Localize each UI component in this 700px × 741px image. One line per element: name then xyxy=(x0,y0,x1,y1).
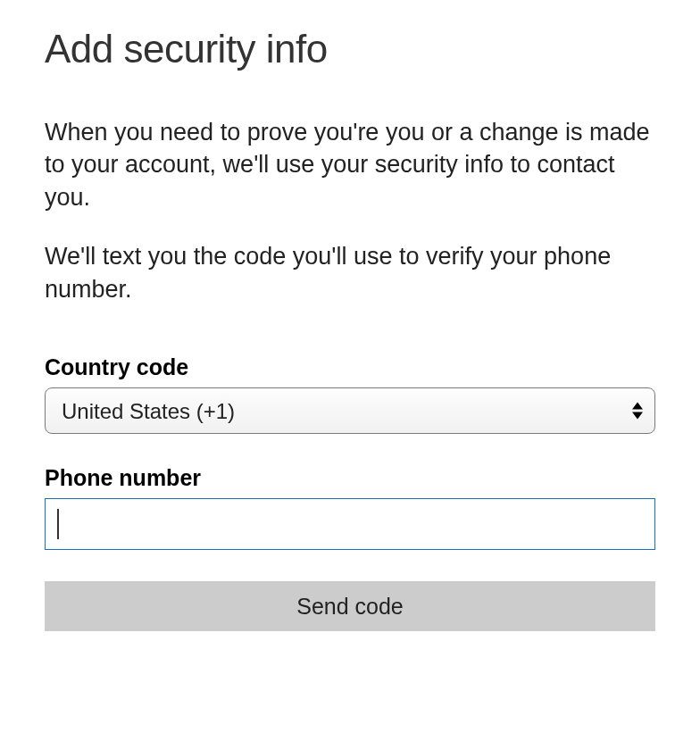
country-code-label: Country code xyxy=(45,354,655,380)
text-cursor xyxy=(57,509,59,539)
phone-number-label: Phone number xyxy=(45,465,655,491)
description-text-1: When you need to prove you're you or a c… xyxy=(45,116,655,213)
country-code-select[interactable]: United States (+1) xyxy=(45,387,655,434)
send-code-button[interactable]: Send code xyxy=(45,581,655,631)
phone-number-input[interactable] xyxy=(45,498,655,550)
country-code-select-wrapper: United States (+1) xyxy=(45,387,655,434)
phone-input-wrapper xyxy=(45,498,655,581)
description-text-2: We'll text you the code you'll use to ve… xyxy=(45,240,655,305)
page-title: Add security info xyxy=(45,27,655,71)
